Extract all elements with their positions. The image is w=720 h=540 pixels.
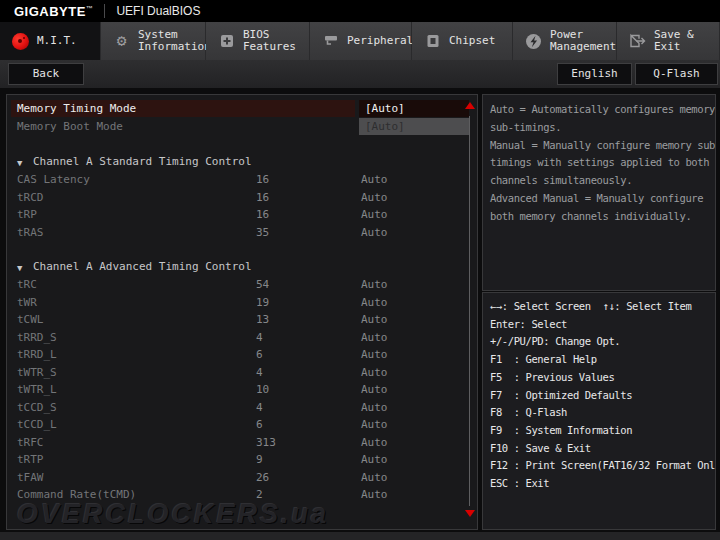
key-legend-line: ←→: Select Screen ↑↓: Select Item: [483, 298, 715, 316]
setting-row[interactable]: Memory Timing Mode[Auto]: [7, 100, 477, 118]
item-help-text: Auto = Automatically configures memory s…: [490, 101, 715, 226]
key-legend-line: F10 : Save & Exit: [483, 440, 715, 458]
setting-label: tCCD_S: [17, 399, 57, 416]
gear-icon: ⚙: [112, 32, 131, 50]
setting-value: 16: [256, 206, 269, 223]
setting-mode: Auto: [361, 329, 388, 346]
setting-row[interactable]: tWR19Auto: [7, 294, 477, 312]
setting-mode: Auto: [361, 311, 388, 328]
setting-value: 6: [256, 416, 263, 433]
setting-mode: Auto: [361, 294, 388, 311]
setting-value: 35: [256, 224, 269, 241]
tab-save-exit[interactable]: Save & Exit: [617, 22, 720, 60]
key-legend-line: F1 : General Help: [483, 351, 715, 369]
setting-label: tRRD_S: [17, 329, 57, 346]
tab-label: Power Management: [550, 29, 616, 53]
setting-value: 6: [256, 346, 263, 363]
setting-row[interactable]: tRFC313Auto: [7, 434, 477, 452]
setting-value: 9: [256, 451, 263, 468]
tab-label: Save & Exit: [654, 29, 719, 53]
trademark-mark: ™: [86, 4, 94, 11]
key-legend-line: F12 : Print Screen(FAT16/32 Format Only): [483, 457, 715, 475]
scrollbar-track[interactable]: [469, 116, 470, 506]
item-help-panel: Auto = Automatically configures memory s…: [482, 94, 716, 291]
bios-screen: GIGABYTE™ UEFI DualBIOS M.I.T.⚙System In…: [0, 0, 720, 540]
setting-mode: Auto: [361, 434, 388, 451]
setting-row[interactable]: tRCD16Auto: [7, 189, 477, 207]
setting-row[interactable]: tFAW26Auto: [7, 469, 477, 487]
setting-value: 19: [256, 294, 269, 311]
tab-label: Chipset: [449, 35, 495, 47]
setting-row[interactable]: tRP16Auto: [7, 206, 477, 224]
setting-row[interactable]: tWTR_L10Auto: [7, 381, 477, 399]
section-header[interactable]: ▼Channel A Standard Timing Control: [7, 153, 477, 171]
language-button[interactable]: English: [557, 63, 632, 85]
back-button[interactable]: Back: [8, 63, 84, 85]
setting-label: tFAW: [17, 469, 44, 486]
setting-row[interactable]: tCWL13Auto: [7, 311, 477, 329]
setting-label: tRP: [17, 206, 37, 223]
setting-label: tWTR_S: [17, 364, 57, 381]
setting-mode: Auto: [361, 346, 388, 363]
exit-door-icon: [628, 32, 647, 50]
key-legend-panel: ←→: Select Screen ↑↓: Select ItemEnter: …: [482, 292, 716, 530]
setting-label: tRCD: [17, 189, 44, 206]
setting-row[interactable]: tRRD_L6Auto: [7, 346, 477, 364]
section-header[interactable]: ▼Channel A Advanced Timing Control: [7, 258, 477, 276]
key-legend-line: F5 : Previous Values: [483, 369, 715, 387]
bottom-strip: [0, 532, 720, 540]
setting-label: CAS Latency: [17, 171, 90, 188]
tab-mit[interactable]: M.I.T.: [0, 22, 101, 60]
setting-row[interactable]: tWTR_S4Auto: [7, 364, 477, 382]
tab-bios-features[interactable]: BIOS Features: [206, 22, 310, 60]
setting-label: tRTP: [17, 451, 44, 468]
setting-mode: Auto: [361, 469, 388, 486]
setting-mode: Auto: [361, 276, 388, 293]
setting-row[interactable]: tCCD_L6Auto: [7, 416, 477, 434]
setting-row[interactable]: CAS Latency16Auto: [7, 171, 477, 189]
settings-rows: Memory Timing Mode[Auto]Memory Boot Mode…: [7, 95, 477, 504]
setting-row[interactable]: tCCD_S4Auto: [7, 399, 477, 417]
setting-value[interactable]: [Auto]: [359, 100, 469, 117]
qflash-button[interactable]: Q-Flash: [635, 63, 718, 85]
tab-chipset[interactable]: Chipset: [412, 22, 513, 60]
setting-label: tRAS: [17, 224, 44, 241]
setting-value: 10: [256, 381, 269, 398]
setting-label: tWR: [17, 294, 37, 311]
tab-power-management[interactable]: Power Management: [513, 22, 617, 60]
top-bar: GIGABYTE™ UEFI DualBIOS: [0, 0, 720, 22]
setting-mode: Auto: [361, 224, 388, 241]
setting-value: 4: [256, 399, 263, 416]
setting-mode: Auto: [361, 171, 388, 188]
section-title: Channel A Advanced Timing Control: [33, 258, 252, 276]
setting-mode: Auto: [361, 451, 388, 468]
header-divider: [104, 4, 105, 18]
setting-row[interactable]: tRTP9Auto: [7, 451, 477, 469]
setting-value: 16: [256, 189, 269, 206]
setting-mode: Auto: [361, 416, 388, 433]
setting-mode: Auto: [361, 189, 388, 206]
setting-value: 313: [256, 434, 276, 451]
mit-sphere-icon: [11, 32, 30, 50]
setting-value[interactable]: [Auto]: [359, 118, 469, 135]
setting-row[interactable]: tRAS35Auto: [7, 224, 477, 242]
firmware-title: UEFI DualBIOS: [116, 4, 200, 18]
setting-label: tRRD_L: [17, 346, 57, 363]
key-legend-line: +/-/PU/PD: Change Opt.: [483, 333, 715, 351]
setting-row[interactable]: tRRD_S4Auto: [7, 329, 477, 347]
setting-mode: Auto: [361, 486, 388, 503]
scroll-up-icon[interactable]: [465, 102, 475, 109]
settings-pane: Memory Timing Mode[Auto]Memory Boot Mode…: [6, 94, 478, 530]
setting-mode: Auto: [361, 381, 388, 398]
section-spacer: [7, 241, 477, 258]
tab-system-information[interactable]: ⚙System Information: [101, 22, 206, 60]
collapse-arrow-icon: ▼: [17, 259, 22, 277]
setting-label: Memory Timing Mode: [11, 100, 355, 117]
tab-peripherals[interactable]: Peripherals: [310, 22, 412, 60]
scroll-down-icon[interactable]: [465, 510, 475, 517]
setting-value: 16: [256, 171, 269, 188]
setting-value: 26: [256, 469, 269, 486]
setting-row[interactable]: tRC54Auto: [7, 276, 477, 294]
setting-label: tRC: [17, 276, 37, 293]
setting-row[interactable]: Memory Boot Mode[Auto]: [7, 118, 477, 136]
